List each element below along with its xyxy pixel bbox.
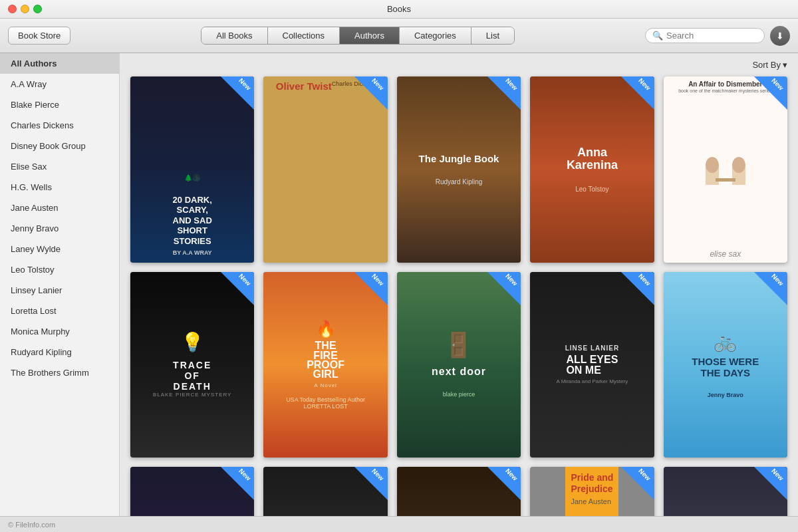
book-illustration: 🚪 [444, 331, 473, 359]
sidebar-item-blake-pierce[interactable]: Blake Pierce [0, 94, 119, 115]
book-card-pride-and-prejudice[interactable]: Pride andPrejudice Jane Austen New [530, 467, 654, 516]
badge-label: New [370, 76, 385, 91]
book-card-20-dark-scary[interactable]: 🌲🌑 20 Dark,Scary,and SadShortStories BY … [130, 76, 254, 263]
search-icon: 🔍 [652, 31, 663, 41]
download-button[interactable]: ⬇ [770, 26, 790, 46]
book-badge-new: New [354, 76, 388, 110]
book-card-fireproof-girl[interactable]: 🔥 TheFireProofGirl A Novel USA Today Bes… [263, 272, 387, 458]
book-badge-new: New [754, 272, 787, 305]
book-card-those-were-the-days[interactable]: 🚲 Those WereThe Days Jenny Bravo New [664, 272, 787, 458]
close-button[interactable] [8, 5, 17, 13]
book-card-all-eyes-on-me[interactable]: Linse Lanier All Eyeson Me A Miranda and… [530, 272, 654, 458]
book-badge-new: New [487, 76, 521, 110]
sidebar-item-elise-sax[interactable]: Elise Sax [0, 156, 119, 177]
book-author: USA Today Bestselling AuthorLORETTA LOST [286, 396, 365, 410]
tab-list[interactable]: List [471, 27, 514, 44]
footer: © FileInfo.com [0, 516, 798, 532]
window-controls [8, 5, 42, 13]
book-card-if-she-were-blind[interactable]: ⚖️ If SheWereBlind The After Twelve Seri… [263, 467, 387, 516]
sort-by-button[interactable]: Sort By ▾ [752, 60, 787, 70]
sidebar-item-charles-dickens[interactable]: Charles Dickens [0, 115, 119, 136]
book-title: 20 Dark,Scary,and SadShortStories [173, 195, 212, 247]
book-title: TraceofDeath [173, 360, 211, 392]
bookstore-button[interactable]: Book Store [8, 27, 70, 45]
book-illustration: 🚲 [714, 331, 737, 352]
book-illustration: 🔥 [316, 320, 336, 338]
tab-collections[interactable]: Collections [268, 27, 340, 44]
book-badge-new: New [354, 272, 388, 305]
svg-point-3 [732, 157, 745, 173]
book-card-trace-of-death[interactable]: 💡 TraceofDeath Blake Pierce Mystery New [130, 272, 254, 458]
book-card-oliver-twist[interactable]: Oliver Twist Charles Dickens New [263, 76, 387, 263]
badge-label: New [637, 76, 652, 91]
sort-bar: Sort By ▾ [130, 60, 787, 70]
book-author: BY A.A WRAY [173, 249, 212, 256]
book-author: Blake Pierce Mystery [153, 392, 232, 398]
book-cover-top: Pride andPrejudice Jane Austen [565, 467, 618, 516]
book-card-affair-dismember[interactable]: An Affair to Dismember book one of the m… [664, 76, 787, 263]
book-card-jungle-book[interactable]: The Jungle Book Rudyard Kipling New [397, 76, 521, 263]
badge-label: New [237, 467, 252, 482]
sidebar-item-disney-book-group[interactable]: Disney Book Group [0, 136, 119, 156]
sort-by-label: Sort By [752, 60, 781, 70]
badge-label: New [370, 272, 385, 287]
book-card-anna-karenina[interactable]: AnnaKarenina Leo Tolstoy New [530, 76, 654, 263]
badge-label: New [771, 272, 785, 287]
content-area: Sort By ▾ 🌲🌑 20 Dark,Scary,and SadShortS… [120, 53, 798, 516]
book-badge-new: New [621, 272, 654, 305]
book-badge-new: New [754, 76, 787, 110]
book-author: elise sax [710, 249, 741, 259]
badge-label: New [504, 467, 519, 482]
book-badge-new: New [487, 467, 521, 500]
sidebar-item-laney-wylde[interactable]: Laney Wylde [0, 239, 119, 259]
sort-chevron-icon: ▾ [783, 60, 787, 70]
sidebar-item-aa-wray[interactable]: A.A Wray [0, 74, 119, 94]
sidebar-item-jenny-bravo[interactable]: Jenny Bravo [0, 218, 119, 239]
book-title: All Eyeson Me [566, 354, 618, 376]
book-author: Leo Tolstoy [575, 186, 608, 193]
window-title: Books [387, 4, 411, 14]
sidebar-item-hg-wells[interactable]: H.G. Wells [0, 177, 119, 198]
sidebar-item-jane-austen[interactable]: Jane Austen [0, 198, 119, 218]
book-subtitle: A Miranda and Parker Mystery [557, 378, 628, 384]
minimize-button[interactable] [21, 5, 29, 13]
book-title: The Jungle Book [419, 153, 499, 165]
book-card-grimms-fairy-tales[interactable]: 📖 Grimm's FairyTales Wilhelm Grimm New [664, 467, 787, 516]
badge-label: New [237, 272, 252, 287]
book-author: Jenny Bravo [708, 392, 743, 398]
badge-label: New [504, 272, 519, 287]
book-title: Oliver Twist [276, 80, 332, 92]
badge-label: New [370, 467, 385, 482]
maximize-button[interactable] [33, 5, 42, 13]
sidebar-item-monica-murphy[interactable]: Monica Murphy [0, 321, 119, 342]
sidebar-item-brothers-grimm[interactable]: The Brothers Grimm [0, 362, 119, 383]
book-badge-new: New [221, 467, 254, 500]
sidebar-item-rudyard-kipling[interactable]: Rudyard Kipling [0, 342, 119, 362]
book-badge-new: New [754, 467, 787, 500]
main-layout: All Authors A.A Wray Blake Pierce Charle… [0, 53, 798, 516]
sidebar-item-all-authors[interactable]: All Authors [0, 53, 119, 74]
book-author: Rudyard Kipling [436, 178, 483, 186]
sidebar-item-leo-tolstoy[interactable]: Leo Tolstoy [0, 259, 119, 280]
sidebar-item-loretta-lost[interactable]: Loretta Lost [0, 301, 119, 321]
svg-point-2 [706, 157, 719, 173]
book-illustration: 💡 [181, 331, 204, 353]
book-badge-new: New [621, 467, 654, 500]
book-title: AnnaKarenina [567, 146, 618, 173]
book-badge-new: New [354, 467, 388, 500]
badge-label: New [237, 76, 252, 91]
search-box: 🔍 [645, 28, 765, 43]
book-card-just-friends[interactable]: 💧 just friends Monica Murphy New [130, 467, 254, 516]
book-card-next-door[interactable]: 🚪 next door blake pierce New [397, 272, 521, 458]
badge-label: New [504, 76, 519, 91]
titlebar: Books [0, 0, 798, 19]
sidebar-item-linsey-lanier[interactable]: Linsey Lanier [0, 280, 119, 301]
search-input[interactable] [666, 31, 753, 41]
book-author: Jane Austen [571, 497, 613, 505]
tab-authors[interactable]: Authors [340, 27, 400, 44]
footer-credit: © FileInfo.com [8, 521, 55, 529]
tab-categories[interactable]: Categories [400, 27, 471, 44]
sidebar: All Authors A.A Wray Blake Pierce Charle… [0, 53, 120, 516]
tab-all-books[interactable]: All Books [201, 27, 267, 44]
book-card-time-machine[interactable]: ⚙️ theTimeMachine H. G. Wells New [397, 467, 521, 516]
